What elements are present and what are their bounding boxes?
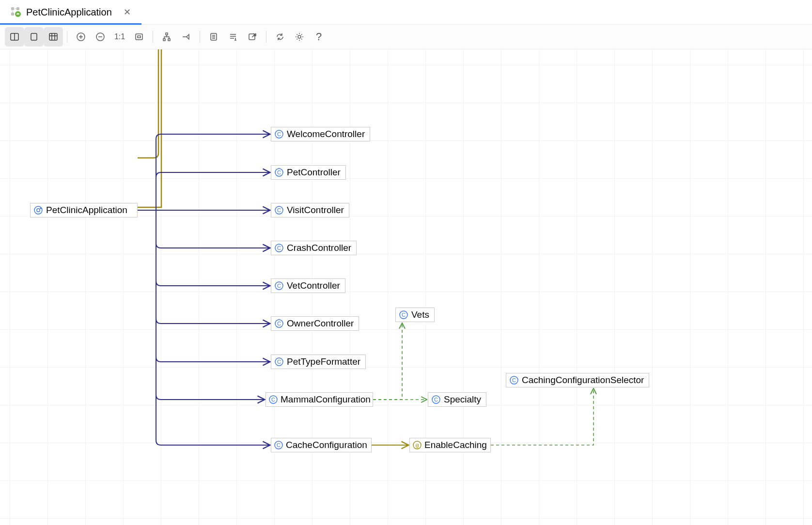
class-icon: C	[509, 375, 519, 385]
class-icon: C	[274, 281, 284, 291]
class-icon: C	[274, 205, 284, 215]
node-label: VetController	[287, 280, 340, 291]
diagram-canvas[interactable]: PetClinicApplicationCWelcomeControllerCP…	[0, 49, 812, 525]
svg-text:C: C	[277, 170, 281, 175]
appearance-icon[interactable]	[204, 27, 223, 46]
class-icon: C	[274, 168, 284, 177]
node-label: CachingConfigurationSelector	[522, 375, 644, 386]
svg-rect-9	[136, 34, 142, 40]
zoom-actual-button[interactable]: 1:1	[110, 27, 129, 46]
node-label: MammalConfiguration	[281, 394, 371, 405]
node-label: OwnerController	[287, 318, 354, 329]
editor-tabbar: PetClinicApplication ✕	[0, 0, 812, 25]
diagram-node-root[interactable]: PetClinicApplication	[30, 203, 138, 217]
diagram-node-enable[interactable]: @EnableCaching	[409, 438, 491, 452]
node-label: PetController	[287, 167, 341, 178]
settings-icon[interactable]	[290, 27, 309, 46]
close-icon[interactable]: ✕	[124, 7, 131, 17]
diagram-node-fmt[interactable]: CPetTypeFormatter	[271, 355, 366, 369]
svg-rect-6	[49, 33, 57, 40]
svg-text:@: @	[416, 442, 419, 448]
svg-rect-12	[163, 39, 165, 41]
svg-text:C: C	[277, 442, 281, 448]
svg-rect-10	[138, 36, 141, 38]
refresh-icon[interactable]	[270, 27, 290, 46]
class-icon: C	[274, 129, 284, 139]
svg-rect-5	[31, 33, 37, 40]
toolbar-separator	[266, 31, 266, 43]
toolbar-separator	[200, 31, 200, 43]
svg-text:C: C	[277, 131, 281, 137]
class-icon: C	[431, 395, 441, 404]
node-label: CacheConfiguration	[286, 440, 367, 450]
class-icon: C	[274, 440, 283, 450]
svg-text:C: C	[402, 312, 406, 318]
svg-point-16	[298, 35, 301, 38]
diagram-node-selector[interactable]: CCachingConfigurationSelector	[506, 373, 649, 387]
diagram-node-vet[interactable]: CVetController	[271, 278, 345, 293]
node-label: CrashController	[287, 243, 351, 253]
node-label: Vets	[411, 309, 429, 320]
annotation-icon: @	[413, 440, 422, 450]
spring-diagram-file-icon	[11, 7, 21, 17]
node-label: PetTypeFormatter	[287, 356, 360, 367]
edit-labels-icon[interactable]	[223, 27, 243, 46]
spring-bean-icon	[33, 205, 43, 215]
zoom-out-icon[interactable]	[91, 27, 110, 46]
diagram-node-cache[interactable]: CCacheConfiguration	[271, 438, 372, 452]
node-label: VisitController	[287, 205, 344, 216]
svg-point-18	[37, 209, 40, 212]
svg-rect-2	[11, 13, 14, 15]
class-icon: C	[269, 395, 278, 404]
diagram-node-welcome[interactable]: CWelcomeController	[271, 127, 370, 141]
svg-rect-1	[16, 7, 19, 10]
help-icon[interactable]: ?	[309, 27, 328, 46]
svg-text:C: C	[277, 321, 281, 326]
svg-text:C: C	[277, 207, 281, 213]
zoom-in-icon[interactable]	[71, 27, 91, 46]
class-icon: C	[274, 357, 284, 367]
view-mode-page-icon[interactable]	[24, 27, 44, 46]
svg-text:C: C	[277, 245, 281, 251]
svg-point-17	[34, 206, 42, 214]
svg-text:C: C	[277, 359, 281, 365]
svg-text:C: C	[434, 397, 438, 402]
diagram-node-specialty[interactable]: CSpecialty	[428, 392, 486, 407]
class-icon: C	[399, 310, 408, 320]
diagram-edges	[0, 49, 812, 525]
svg-rect-0	[11, 7, 14, 10]
tab-title: PetClinicApplication	[26, 7, 112, 18]
class-icon: C	[274, 319, 284, 328]
diagram-node-vets[interactable]: CVets	[395, 308, 435, 322]
toolbar-separator	[153, 31, 153, 43]
svg-text:C: C	[271, 397, 275, 402]
export-icon[interactable]	[243, 27, 262, 46]
svg-rect-13	[168, 39, 170, 41]
view-mode-split-icon[interactable]	[5, 27, 24, 46]
diagram-node-crash[interactable]: CCrashController	[271, 241, 357, 255]
tab-petclinic[interactable]: PetClinicApplication ✕	[0, 0, 141, 24]
diagram-node-visit[interactable]: CVisitController	[271, 203, 349, 217]
diagram-toolbar: 1:1	[0, 25, 812, 49]
fit-content-icon[interactable]	[129, 27, 149, 46]
diagram-node-mammal[interactable]: CMammalConfiguration	[265, 392, 373, 407]
svg-text:C: C	[277, 283, 281, 289]
svg-point-19	[40, 207, 41, 209]
svg-text:C: C	[512, 377, 516, 383]
view-mode-grid-icon[interactable]	[44, 27, 63, 46]
class-icon: C	[274, 243, 284, 253]
node-label: Specialty	[444, 394, 481, 405]
node-label: WelcomeController	[287, 129, 365, 139]
layout-tree-icon[interactable]	[157, 27, 176, 46]
svg-rect-11	[166, 33, 168, 35]
diagram-node-owner[interactable]: COwnerController	[271, 316, 359, 331]
node-label: PetClinicApplication	[46, 205, 127, 216]
node-label: EnableCaching	[424, 440, 487, 450]
toolbar-separator	[67, 31, 67, 43]
diagram-node-pet[interactable]: CPetController	[271, 165, 346, 180]
route-edges-icon[interactable]	[176, 27, 196, 46]
